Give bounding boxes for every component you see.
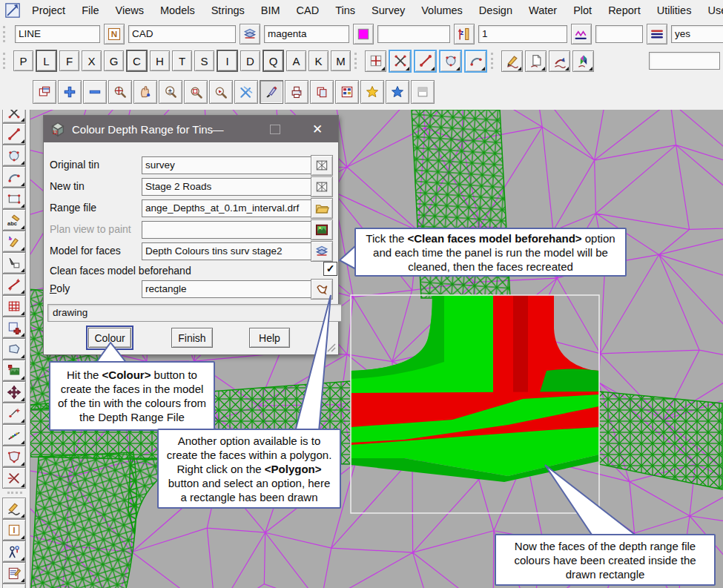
snap-m-button[interactable]: M bbox=[331, 50, 351, 71]
view-winpanels-button[interactable] bbox=[33, 80, 56, 104]
cad-tool-pencil2-button[interactable] bbox=[501, 50, 523, 72]
snap-a-button[interactable]: A bbox=[286, 50, 306, 71]
snap-mode-crosshair2-button[interactable] bbox=[365, 50, 386, 72]
view-zoompm-button[interactable]: ± bbox=[159, 80, 182, 104]
resize-grip[interactable] bbox=[325, 341, 337, 353]
cad-model-button[interactable] bbox=[240, 24, 260, 44]
draw-flag-button[interactable] bbox=[2, 584, 26, 588]
toolbar-grip[interactable] bbox=[491, 53, 498, 69]
view-zoomgrid-button[interactable] bbox=[184, 80, 208, 104]
snap-p-button[interactable]: P bbox=[13, 50, 33, 71]
view-zoomsel-button[interactable] bbox=[209, 80, 233, 104]
cad-breakline-button[interactable] bbox=[571, 24, 592, 44]
menu-tins[interactable]: Tins bbox=[327, 4, 363, 16]
clean-faces-checkbox[interactable]: ✓ bbox=[323, 262, 337, 276]
draw-imgmove-button[interactable] bbox=[2, 360, 26, 381]
view-brush-button[interactable] bbox=[260, 80, 283, 104]
view-printer-button[interactable] bbox=[285, 80, 308, 104]
menu-cad[interactable]: CAD bbox=[288, 4, 328, 16]
menu-design[interactable]: Design bbox=[471, 4, 521, 16]
menu-water[interactable]: Water bbox=[521, 4, 565, 16]
toolbar-grip[interactable] bbox=[3, 26, 10, 42]
draw-poly-button[interactable] bbox=[2, 338, 26, 360]
view-halfsq-button[interactable] bbox=[411, 80, 435, 104]
menu-volumes[interactable]: Volumes bbox=[413, 4, 471, 16]
draw-rect-button[interactable] bbox=[2, 188, 26, 209]
input-poly[interactable]: rectangle bbox=[142, 280, 314, 298]
menu-project[interactable]: Project bbox=[24, 4, 73, 16]
cad-linestyle-input[interactable] bbox=[595, 25, 643, 43]
maximize-button[interactable] bbox=[263, 116, 288, 142]
menu-views[interactable]: Views bbox=[108, 4, 152, 16]
view-minus-button[interactable] bbox=[83, 80, 107, 104]
cad-colour-input[interactable]: magenta bbox=[264, 25, 349, 43]
cad-breakline-input[interactable]: 1 bbox=[478, 25, 567, 43]
menu-survey[interactable]: Survey bbox=[363, 4, 413, 16]
menu-bim[interactable]: BIM bbox=[253, 4, 288, 16]
close-button[interactable]: ✕ bbox=[305, 116, 330, 142]
draw-arcsnap-button[interactable] bbox=[2, 166, 26, 188]
view-staryellow-button[interactable] bbox=[360, 80, 384, 104]
draw-shield-button[interactable] bbox=[2, 446, 26, 467]
toolbar-grip[interactable] bbox=[354, 53, 361, 69]
input-original-tin[interactable]: survey bbox=[142, 156, 314, 174]
draw-xred-button[interactable] bbox=[2, 467, 26, 489]
snap-x-button[interactable]: X bbox=[82, 50, 102, 71]
snap-q-button[interactable]: Q bbox=[263, 50, 284, 72]
snap-i-button[interactable]: I bbox=[217, 50, 238, 72]
minimize-button[interactable]: — bbox=[205, 116, 231, 142]
cad-name-button[interactable]: N bbox=[104, 24, 125, 44]
cad-height-button[interactable]: z bbox=[454, 24, 475, 44]
draw-pick-button[interactable] bbox=[2, 252, 26, 274]
snap-f-button[interactable]: F bbox=[59, 50, 79, 71]
view-xblue2-button[interactable] bbox=[234, 80, 258, 104]
input-plan-view-to-paint[interactable] bbox=[142, 221, 314, 239]
draw-survey-button[interactable] bbox=[2, 541, 26, 562]
draw-move-button[interactable] bbox=[2, 381, 26, 403]
cad-model-input[interactable]: CAD bbox=[128, 25, 236, 43]
snap-mode-arcsnap-button[interactable] bbox=[464, 50, 487, 73]
view-plus-button[interactable] bbox=[58, 80, 82, 104]
view-starblue-button[interactable] bbox=[386, 80, 409, 104]
snap-mode-linesnap-button[interactable] bbox=[414, 50, 437, 73]
snap-c-button[interactable]: C bbox=[126, 50, 148, 72]
help-button[interactable]: Help bbox=[249, 328, 290, 348]
view-copy2-button[interactable] bbox=[310, 80, 334, 104]
picker-new-tin-button[interactable] bbox=[311, 176, 333, 197]
draw-editstar-button[interactable] bbox=[2, 231, 26, 252]
draw-ptstar-button[interactable] bbox=[2, 403, 26, 424]
input-new-tin[interactable]: Stage 2 Roads bbox=[142, 178, 314, 196]
menu-strings[interactable]: Strings bbox=[203, 4, 253, 16]
snap-h-button[interactable]: H bbox=[150, 50, 170, 71]
picker-model-for-faces-button[interactable] bbox=[311, 241, 333, 262]
input-model-for-faces[interactable]: Depth Colours tins surv stage2 bbox=[142, 242, 314, 260]
snap-k-button[interactable]: K bbox=[308, 50, 329, 71]
view-zoomarrows-button[interactable] bbox=[108, 80, 132, 104]
draw-circlesnap-button[interactable] bbox=[2, 145, 26, 166]
snap-g-button[interactable]: G bbox=[104, 50, 124, 71]
draw-squiggle-button[interactable] bbox=[2, 498, 26, 519]
draw-cline-button[interactable] bbox=[2, 424, 26, 446]
picker-range-file-button[interactable] bbox=[311, 198, 333, 219]
snap-t-button[interactable]: T bbox=[172, 50, 192, 71]
snap-s-button[interactable]: S bbox=[194, 50, 214, 71]
dialog-title-bar[interactable]: 12 Colour Depth Range for Tins — ✕ bbox=[44, 116, 338, 142]
draw-grid-button[interactable] bbox=[2, 295, 26, 317]
picker-original-tin-button[interactable] bbox=[311, 155, 333, 176]
snap-mode-circlesnap-button[interactable] bbox=[439, 50, 462, 73]
menu-file[interactable]: File bbox=[73, 4, 107, 16]
toolbar-grip[interactable] bbox=[3, 53, 10, 69]
view-panelgrid-button[interactable] bbox=[335, 80, 359, 104]
menu-user[interactable]: User bbox=[699, 4, 723, 16]
menu-report[interactable]: Report bbox=[600, 4, 649, 16]
cad-tool-page2-button[interactable] bbox=[525, 50, 547, 72]
input-range-file[interactable]: ange_Depths_at_0.1m_interval.drf bbox=[142, 199, 314, 217]
draw-measure-button[interactable] bbox=[2, 274, 26, 295]
draw-linesnap-button[interactable] bbox=[2, 123, 26, 145]
snap-mode-xsnap-button[interactable] bbox=[389, 50, 412, 73]
polygon-picker-button[interactable] bbox=[311, 279, 333, 300]
menu-plot[interactable]: Plot bbox=[565, 4, 600, 16]
cad-tool-sarrow-button[interactable] bbox=[549, 50, 570, 72]
menu-utilities[interactable]: Utilities bbox=[649, 4, 700, 16]
command-input[interactable] bbox=[649, 52, 720, 70]
